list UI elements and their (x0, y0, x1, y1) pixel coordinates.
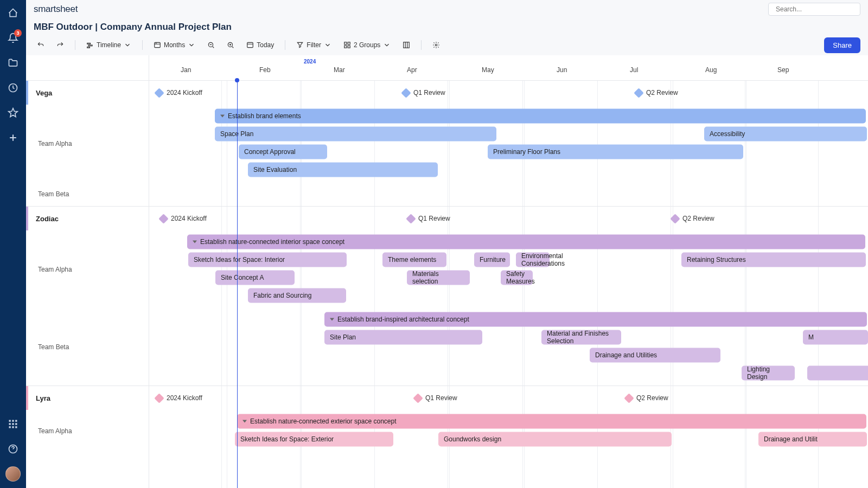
task-bar[interactable]: M (803, 330, 868, 344)
bar-label: Site Evaluation (253, 166, 297, 174)
task-bar[interactable]: Space Plan (215, 126, 496, 141)
task-bar[interactable]: Sketch Ideas for Space: Interior (188, 252, 347, 267)
task-bar[interactable] (807, 365, 868, 380)
diamond-icon (158, 214, 168, 223)
svg-rect-13 (88, 45, 92, 46)
task-bar[interactable]: Lighting Design (742, 365, 795, 380)
help-icon[interactable] (5, 441, 21, 457)
bar-label: Establish brand-inspired architectural c… (337, 316, 469, 323)
scale-button[interactable]: Months (150, 39, 199, 51)
user-avatar[interactable] (5, 466, 21, 481)
undo-button[interactable] (34, 39, 48, 51)
milestone[interactable]: Q2 Review (626, 394, 668, 402)
left-nav-rail: 3 (0, 0, 26, 488)
groups-button[interactable]: 2 Groups (340, 39, 394, 51)
notifications-icon[interactable]: 3 (5, 30, 21, 46)
timeline-view-button[interactable]: Timeline (83, 39, 135, 51)
search-field[interactable] (776, 5, 857, 13)
bar-label: Safety Measures (506, 270, 535, 285)
svg-rect-9 (15, 426, 17, 428)
milestone[interactable]: 2024 Kickoff (160, 215, 207, 222)
bar-label: Site Plan (330, 333, 356, 341)
svg-rect-6 (15, 423, 17, 425)
group-header[interactable]: Vega (26, 81, 149, 105)
milestone[interactable]: Q1 Review (407, 215, 450, 222)
filter-button[interactable]: Filter (293, 39, 335, 51)
create-icon[interactable] (5, 130, 21, 145)
bar-label: Goundworks design (444, 435, 501, 443)
today-marker (235, 78, 239, 82)
task-bar[interactable]: Environmental Considerations (516, 252, 550, 267)
svg-rect-21 (344, 46, 347, 48)
task-bar[interactable]: Fabric and Sourcing (248, 288, 346, 303)
milestone[interactable]: Q1 Review (403, 89, 445, 97)
summary-bar[interactable]: Establish brand elements (215, 108, 866, 123)
today-button[interactable]: Today (243, 39, 277, 51)
bar-label: Materials selection (412, 270, 464, 285)
team-label: Team Alpha (26, 230, 149, 308)
redo-button[interactable] (53, 39, 67, 51)
month-label: Apr (407, 66, 417, 74)
task-bar[interactable]: Site Concept A (215, 270, 295, 285)
task-bar[interactable]: Furniture (474, 252, 510, 267)
task-bar[interactable]: Theme elements (382, 252, 446, 267)
search-input[interactable] (768, 3, 860, 16)
svg-rect-19 (344, 42, 347, 44)
task-bar[interactable]: Site Plan (324, 330, 482, 344)
milestone[interactable]: Q1 Review (414, 394, 457, 402)
task-bar[interactable]: Retaining Structures (681, 252, 866, 267)
month-label: Sep (777, 66, 789, 74)
milestone-label: Q2 Review (646, 89, 678, 97)
milestone-label: Q2 Review (636, 394, 668, 402)
task-bar[interactable]: Concept Approval (239, 144, 327, 159)
group-header[interactable]: Zodiac (26, 207, 149, 230)
diamond-icon (670, 214, 680, 223)
task-bar[interactable]: Sketch Ideas for Space: Exterior (235, 432, 393, 446)
diamond-icon (413, 393, 423, 403)
task-bar[interactable]: Drainage and Utilit (758, 432, 867, 446)
month-label: May (482, 66, 494, 74)
chevron-down-icon (124, 41, 131, 49)
milestone[interactable]: Q2 Review (635, 89, 678, 97)
diamond-icon (154, 88, 164, 98)
summary-bar[interactable]: Establish nature-connected exterior spac… (237, 414, 866, 428)
home-icon[interactable] (5, 5, 21, 21)
summary-bar[interactable]: Establish nature-connected interior spac… (187, 234, 865, 249)
month-label: Aug (705, 66, 717, 74)
milestone[interactable]: Q2 Review (672, 215, 714, 222)
task-bar[interactable]: Accessibility (704, 126, 867, 141)
zoom-out-button[interactable] (204, 39, 218, 51)
apps-icon[interactable] (5, 416, 21, 432)
milestone[interactable]: 2024 Kickoff (156, 394, 202, 402)
milestone[interactable]: 2024 Kickoff (156, 89, 202, 97)
svg-rect-23 (404, 42, 410, 48)
task-bar[interactable]: Preliminary Floor Plans (488, 144, 743, 159)
chevron-down-icon (188, 41, 195, 49)
task-bar[interactable]: Safety Measures (501, 270, 533, 285)
diamond-icon (634, 88, 643, 98)
bar-label: Drainage and Utilities (595, 351, 657, 359)
columns-button[interactable] (399, 39, 413, 51)
share-button[interactable]: Share (824, 37, 860, 53)
diamond-icon (406, 214, 416, 223)
settings-button[interactable] (429, 39, 443, 51)
groups-label: 2 Groups (354, 41, 380, 49)
zoom-in-button[interactable] (224, 39, 238, 51)
summary-bar[interactable]: Establish brand-inspired architectural c… (324, 312, 867, 326)
diamond-icon (624, 393, 634, 403)
task-bar[interactable]: Goundworks design (438, 432, 672, 446)
top-bar: smartsheet (26, 0, 868, 18)
task-bar[interactable]: Materials selection (407, 270, 470, 285)
recents-icon[interactable] (5, 80, 21, 95)
folder-icon[interactable] (5, 55, 21, 70)
task-bar[interactable]: Material and Finishes Selection (541, 330, 621, 344)
group-header[interactable]: Lyra (26, 386, 149, 410)
divider (75, 40, 75, 50)
task-bar[interactable]: Site Evaluation (248, 162, 438, 177)
collapse-icon (330, 318, 334, 320)
favorites-icon[interactable] (5, 105, 21, 120)
task-bar[interactable]: Drainage and Utilities (590, 348, 720, 362)
bar-label: Sketch Ideas for Space: Interior (194, 256, 285, 264)
svg-rect-18 (247, 42, 253, 47)
svg-rect-12 (87, 43, 91, 44)
